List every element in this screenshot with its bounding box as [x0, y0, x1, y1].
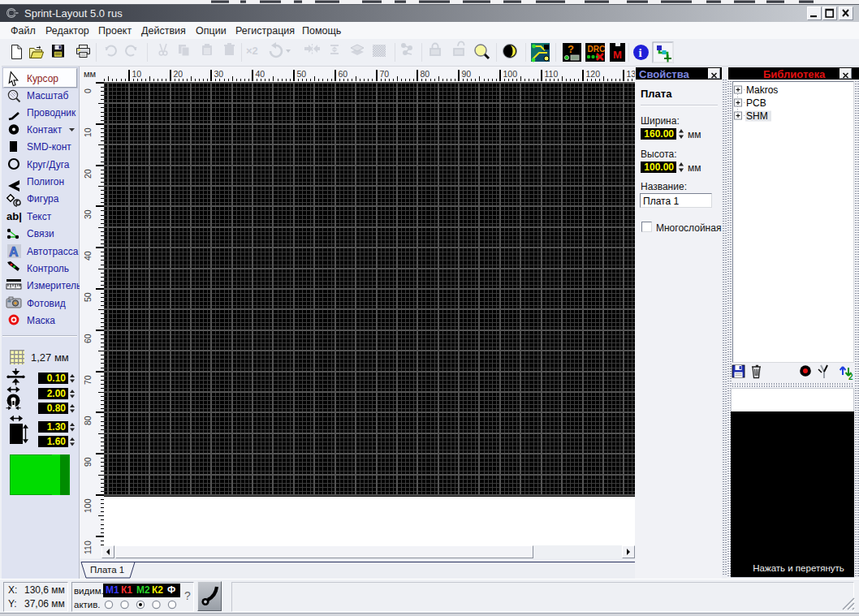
svg-text:Фигура: Фигура	[27, 193, 59, 205]
svg-text:Контроль: Контроль	[27, 263, 69, 274]
svg-text:60: 60	[83, 334, 93, 343]
svg-text:Автотрасса: Автотрасса	[27, 246, 79, 257]
svg-text:Makros: Makros	[746, 84, 778, 96]
svg-text:Плата 1: Плата 1	[90, 565, 124, 575]
svg-text:A: A	[9, 245, 19, 259]
svg-text:90: 90	[462, 69, 472, 79]
svg-text:10: 10	[83, 127, 93, 137]
svg-text:100: 100	[83, 498, 93, 513]
svg-text:Масштаб: Масштаб	[27, 90, 68, 101]
svg-text:50: 50	[83, 292, 93, 302]
svg-text:100: 100	[503, 69, 518, 79]
svg-text:90: 90	[83, 457, 93, 467]
svg-text:2: 2	[848, 373, 853, 381]
svg-text:40: 40	[256, 69, 265, 79]
svg-text:Текст: Текст	[27, 211, 52, 222]
svg-text:Круг/Дуга: Круг/Дуга	[27, 159, 70, 170]
svg-text:SMD-конт: SMD-конт	[27, 141, 71, 153]
svg-text:80: 80	[83, 416, 93, 425]
svg-text:?: ?	[568, 43, 574, 55]
svg-text:SHM: SHM	[746, 110, 768, 122]
svg-text:50: 50	[297, 69, 307, 79]
svg-text:10: 10	[132, 69, 142, 79]
svg-text:110: 110	[545, 69, 559, 79]
svg-text:×2: ×2	[246, 45, 258, 57]
svg-text:70: 70	[380, 69, 390, 79]
svg-text:PCB: PCB	[746, 97, 766, 109]
svg-text:60: 60	[339, 69, 348, 79]
svg-text:Контакт: Контакт	[27, 124, 63, 136]
svg-text:70: 70	[83, 375, 93, 385]
svg-text:Связи: Связи	[27, 228, 54, 239]
svg-text:i: i	[639, 46, 642, 59]
svg-text:M: M	[613, 49, 622, 61]
svg-text:Маска: Маска	[27, 315, 55, 326]
svg-text:Измеритель: Измеритель	[27, 280, 80, 291]
svg-text:ab|: ab|	[6, 210, 22, 222]
svg-text:120: 120	[586, 69, 601, 79]
svg-text:20: 20	[83, 169, 93, 179]
svg-text:110: 110	[83, 541, 93, 554]
svg-text:80: 80	[421, 69, 430, 79]
svg-text:130: 130	[627, 69, 636, 79]
svg-text:Фотовид: Фотовид	[27, 298, 66, 309]
svg-text:Проводник: Проводник	[27, 107, 76, 118]
svg-text:Курсор: Курсор	[27, 73, 58, 84]
svg-text:30: 30	[214, 69, 224, 79]
svg-text:20: 20	[174, 69, 183, 79]
svg-text:0: 0	[83, 88, 93, 93]
svg-text:DRC: DRC	[588, 45, 606, 54]
svg-text:30: 30	[83, 209, 93, 219]
svg-text:Полигон: Полигон	[27, 176, 64, 187]
svg-text:40: 40	[83, 251, 93, 261]
